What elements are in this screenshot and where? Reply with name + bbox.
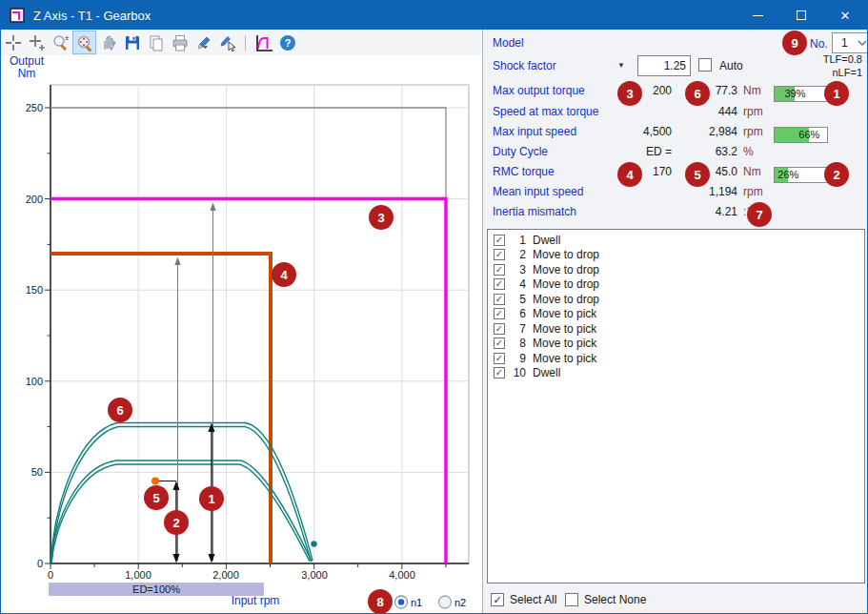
- step-checkbox[interactable]: ✓: [494, 367, 505, 379]
- operating-point: [151, 478, 159, 485]
- list-item[interactable]: ✓7Move to pick: [488, 321, 864, 337]
- step-label: Move to drop: [533, 293, 599, 306]
- step-checkbox[interactable]: ✓: [494, 338, 505, 349]
- shock-factor-field[interactable]: 1.25: [637, 55, 691, 76]
- svg-text:?: ?: [284, 37, 291, 49]
- select-all-label: Select All: [510, 593, 556, 606]
- actual-value: 77.3: [688, 84, 737, 97]
- svg-text:3,000: 3,000: [301, 569, 328, 581]
- save-icon[interactable]: [120, 31, 144, 54]
- limit-value: 170: [636, 165, 672, 178]
- pan-hand-icon[interactable]: [96, 31, 120, 54]
- shock-factor-label: Shock factor: [493, 59, 556, 72]
- shock-dropdown-icon[interactable]: ▼: [617, 61, 625, 70]
- list-item[interactable]: ✓2Move to drop: [488, 248, 864, 263]
- step-number: 10: [508, 366, 526, 379]
- select-all-checkbox[interactable]: ✓: [491, 593, 504, 606]
- step-number: 3: [508, 263, 526, 276]
- marker-6: 6: [108, 398, 132, 422]
- limit-value: 4,500: [636, 125, 672, 138]
- step-number: 9: [508, 352, 526, 365]
- select-none-checkbox[interactable]: [565, 593, 578, 606]
- step-checkbox[interactable]: ✓: [494, 249, 505, 260]
- svg-text:100: 100: [26, 376, 43, 387]
- maximize-button[interactable]: [779, 1, 823, 30]
- plot-area: [50, 85, 469, 563]
- model-label: Model: [493, 36, 524, 50]
- svg-text:6: 6: [116, 403, 123, 418]
- chart-region: ±: [1, 30, 482, 614]
- copy-icon[interactable]: [144, 31, 168, 54]
- utilization-bar: 39%: [774, 86, 828, 102]
- bar-percent: 66%: [796, 129, 822, 140]
- maximize-icon: [797, 10, 806, 20]
- list-item[interactable]: ✓1Dwell: [488, 233, 864, 248]
- minimize-button[interactable]: [736, 1, 779, 30]
- torque-speed-plot[interactable]: 050 100150 200250 01,000 2,0003,000 4,00…: [1, 54, 482, 614]
- limit-value: 200: [636, 84, 672, 97]
- row-label: Speed at max torque: [493, 105, 598, 118]
- step-checkbox[interactable]: ✓: [494, 308, 505, 319]
- list-item[interactable]: ✓6Move to pick: [488, 307, 864, 322]
- svg-text:2: 2: [172, 516, 179, 530]
- actual-value: 2,984: [688, 125, 737, 138]
- list-item[interactable]: ✓9Move to pick: [488, 351, 864, 366]
- unit-label: %: [743, 145, 754, 158]
- print-icon[interactable]: [168, 31, 192, 54]
- unit-label: rpm: [743, 125, 763, 138]
- marker-2-panel: 2: [824, 162, 849, 187]
- row-label: Mean input speed: [493, 185, 583, 198]
- auto-label: Auto: [719, 59, 743, 72]
- nlf-value: nLF=1: [788, 67, 862, 78]
- list-item[interactable]: ✓10Dwell: [488, 366, 864, 381]
- list-item[interactable]: ✓5Move to drop: [488, 292, 864, 307]
- crosshair-icon[interactable]: [1, 31, 25, 54]
- list-item[interactable]: ✓4Move to drop: [488, 277, 864, 293]
- zoom-extents-icon[interactable]: [72, 31, 96, 54]
- model-no-select[interactable]: 1: [832, 32, 868, 53]
- curve-end-point: [311, 541, 316, 546]
- radio-n2[interactable]: n2: [439, 596, 467, 608]
- draw-select-icon[interactable]: [215, 31, 239, 54]
- svg-text:2,000: 2,000: [212, 569, 239, 581]
- window-title: Z Axis - T1 - Gearbox: [33, 9, 151, 23]
- step-checkbox[interactable]: ✓: [494, 323, 505, 335]
- auto-checkbox[interactable]: [698, 58, 712, 72]
- ed-equals: ED =: [636, 145, 672, 158]
- radio-n1[interactable]: n1: [395, 596, 423, 608]
- x-tick-labels: 01,000 2,0003,000 4,000: [48, 569, 415, 581]
- row-label: Inertia mismatch: [493, 205, 576, 218]
- bar-percent: 39%: [781, 88, 808, 99]
- svg-text:3: 3: [377, 211, 384, 225]
- utilization-bar: 66%: [774, 127, 828, 143]
- close-button[interactable]: ✕: [823, 1, 867, 30]
- step-number: 7: [508, 322, 526, 336]
- svg-text:200: 200: [26, 194, 43, 205]
- step-label: Dwell: [533, 234, 560, 247]
- unit-label: rpm: [743, 185, 763, 198]
- title-bar: Z Axis - T1 - Gearbox ✕: [1, 1, 867, 30]
- svg-text:150: 150: [26, 284, 43, 296]
- crosshair-track-icon[interactable]: [25, 31, 49, 54]
- list-item[interactable]: ✓8Move to pick: [488, 337, 864, 352]
- row-label: Duty Cycle: [493, 145, 548, 158]
- step-checkbox[interactable]: ✓: [494, 353, 505, 364]
- svg-text:ED=100%: ED=100%: [132, 583, 180, 595]
- curve-style-icon[interactable]: [252, 31, 275, 54]
- step-checkbox[interactable]: ✓: [494, 235, 505, 246]
- step-checkbox[interactable]: ✓: [494, 278, 505, 290]
- step-number: 2: [508, 248, 526, 261]
- unit-label: Nm: [743, 84, 761, 97]
- list-item[interactable]: ✓3Move to drop: [488, 262, 864, 277]
- help-icon[interactable]: ?: [275, 31, 299, 54]
- svg-text:0: 0: [48, 569, 53, 581]
- toolbar-separator: [245, 35, 246, 51]
- zoom-in-out-icon[interactable]: ±: [49, 31, 72, 54]
- svg-text:50: 50: [31, 466, 43, 478]
- step-list[interactable]: ✓1Dwell ✓2Move to drop ✓3Move to drop ✓4…: [487, 229, 865, 583]
- step-checkbox[interactable]: ✓: [494, 294, 505, 305]
- draw-pencil-icon[interactable]: [192, 31, 215, 54]
- step-checkbox[interactable]: ✓: [494, 264, 505, 276]
- utilization-bar: 26%: [774, 167, 828, 183]
- unit-label: rpm: [743, 105, 763, 118]
